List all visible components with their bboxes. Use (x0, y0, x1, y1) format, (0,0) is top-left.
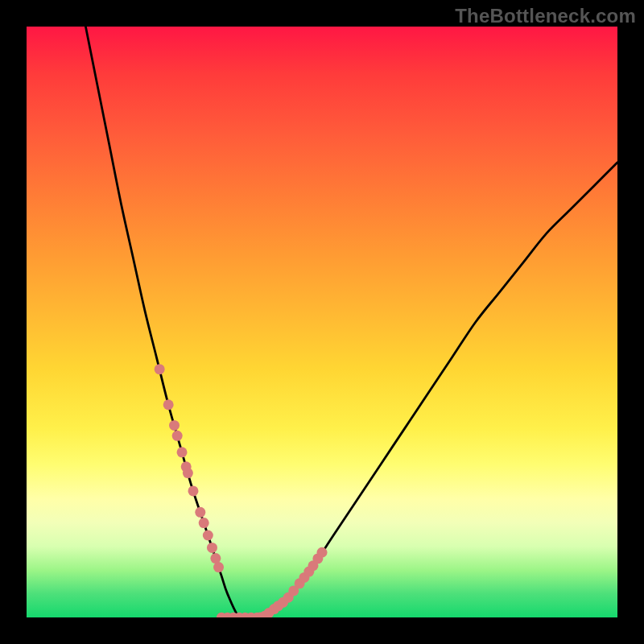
chart-svg (27, 27, 617, 617)
highlight-dot (172, 431, 183, 441)
highlight-dot (213, 562, 224, 572)
highlight-dot (177, 447, 188, 457)
bottleneck-curve (85, 27, 617, 617)
highlight-dot (203, 530, 213, 540)
watermark-text: TheBottleneck.com (455, 5, 636, 27)
highlight-dot (163, 399, 174, 410)
highlight-dot (188, 485, 198, 496)
curve-group (85, 27, 617, 617)
highlight-dot (169, 420, 180, 431)
chart-frame: TheBottleneck.com (0, 0, 644, 644)
highlight-dot (210, 553, 221, 564)
plot-area (27, 27, 617, 617)
highlight-dot (183, 468, 193, 478)
highlight-dot (195, 507, 205, 518)
highlight-dot (155, 364, 165, 374)
highlight-dot (207, 543, 217, 553)
dots-group (155, 364, 328, 617)
highlight-dot (199, 518, 209, 528)
highlight-dot (317, 547, 328, 558)
